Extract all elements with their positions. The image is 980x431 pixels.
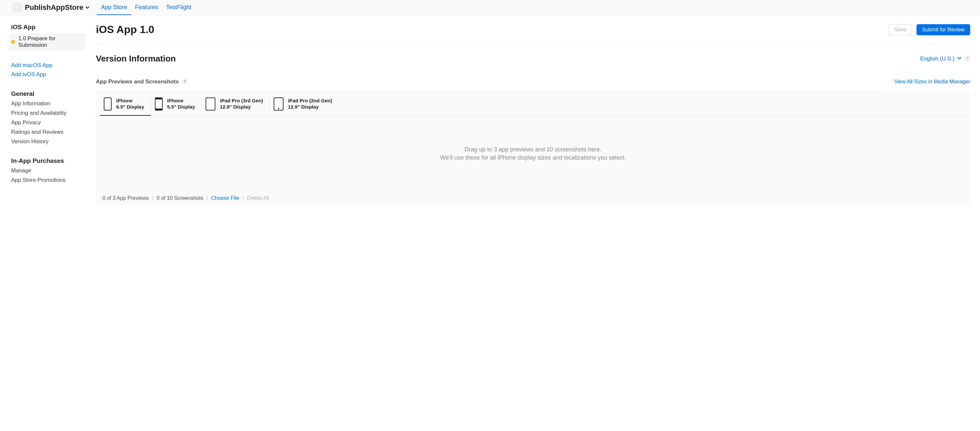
main-header: iOS App 1.0 Save Submit for Review: [96, 24, 970, 45]
previews-count: 0 of 3 App Previews: [102, 195, 149, 201]
tab-testflight[interactable]: TestFlight: [162, 0, 196, 15]
sidebar: iOS App 1.0 Prepare for Submission Add m…: [0, 15, 88, 218]
tab-label: App Store: [101, 4, 127, 11]
app-icon-placeholder: [13, 3, 22, 12]
sidebar-add-tvos[interactable]: Add tvOS App: [11, 71, 88, 78]
sidebar-item-version-history[interactable]: Version History: [11, 138, 88, 145]
tab-features[interactable]: Features: [131, 0, 162, 15]
device-tab-label: iPhone 5.5" Display: [167, 98, 196, 110]
sidebar-item-app-information[interactable]: App Information: [11, 100, 88, 107]
device-line1: iPhone: [116, 98, 132, 103]
separator: |: [207, 195, 208, 201]
sidebar-item-iap-manage[interactable]: Manage: [11, 168, 88, 174]
device-line1: iPad Pro (3rd Gen): [220, 98, 263, 103]
chevron-down-icon: [957, 55, 962, 62]
sidebar-platform-heading: iOS App: [11, 24, 88, 31]
main-content: iOS App 1.0 Save Submit for Review Versi…: [88, 15, 980, 218]
device-line2: 5.5" Display: [167, 104, 196, 109]
device-line1: iPhone: [167, 98, 184, 103]
status-text: 1.0 Prepare for Submission: [18, 35, 84, 48]
dropzone-text-1: Drag up to 3 app previews and 10 screens…: [465, 146, 601, 153]
choose-file-link[interactable]: Choose File: [211, 195, 239, 201]
device-strip: iPhone 6.5" Display iPhone 5.5" Display …: [96, 90, 970, 205]
sidebar-group-title: General: [11, 90, 88, 97]
device-line2: 12.9" Display: [288, 104, 319, 109]
top-tabs: App Store Features TestFlight: [97, 0, 195, 15]
device-tab-label: iPad Pro (2nd Gen) 12.9" Display: [288, 98, 332, 110]
sidebar-item-ratings-reviews[interactable]: Ratings and Reviews: [11, 129, 88, 135]
sidebar-group-iap: In-App Purchases Manage App Store Promot…: [11, 157, 88, 184]
device-line1: iPad Pro (2nd Gen): [288, 98, 332, 103]
tab-label: TestFlight: [166, 4, 191, 11]
sidebar-version-status[interactable]: 1.0 Prepare for Submission: [9, 33, 86, 51]
separator: |: [242, 195, 243, 201]
svg-rect-0: [15, 5, 19, 10]
ipad-icon: [205, 97, 215, 111]
delete-all-link[interactable]: Delete All: [247, 195, 269, 201]
status-dot-icon: [11, 40, 15, 44]
chevron-down-icon: [85, 3, 90, 12]
top-nav: PublishAppStore App Store Features TestF…: [0, 0, 980, 15]
placeholder-icon: [14, 5, 20, 10]
submit-for-review-button[interactable]: Submit for Review: [916, 24, 970, 35]
app-name: PublishAppStore: [25, 3, 83, 12]
app-switcher[interactable]: PublishAppStore: [25, 3, 90, 12]
save-button[interactable]: Save: [889, 24, 912, 35]
locale-selector[interactable]: English (U.S.): [920, 55, 962, 62]
device-tab-iphone-65[interactable]: iPhone 6.5" Display: [100, 95, 151, 116]
tab-label: Features: [135, 4, 158, 11]
version-info-title: Version Information: [96, 54, 176, 64]
ipad-icon: [274, 97, 283, 111]
help-icon[interactable]: ?: [965, 56, 970, 62]
previews-title: App Previews and Screenshots ?: [96, 78, 187, 85]
iphone-icon: [155, 97, 163, 111]
help-icon[interactable]: ?: [182, 79, 187, 84]
device-tabs: iPhone 6.5" Display iPhone 5.5" Display …: [96, 95, 970, 116]
device-tab-iphone-55[interactable]: iPhone 5.5" Display: [151, 95, 202, 116]
previews-title-text: App Previews and Screenshots: [96, 78, 179, 85]
version-info-header: Version Information English (U.S.) ?: [96, 54, 970, 64]
iphone-icon: [104, 97, 111, 111]
screenshot-dropzone[interactable]: Drag up to 3 app previews and 10 screens…: [96, 116, 970, 191]
device-line2: 6.5" Display: [116, 104, 144, 109]
sidebar-group-general: General App Information Pricing and Avai…: [11, 90, 88, 145]
device-tab-label: iPhone 6.5" Display: [116, 98, 144, 110]
device-tab-ipad-2nd[interactable]: iPad Pro (2nd Gen) 12.9" Display: [270, 95, 339, 116]
separator: |: [152, 195, 153, 201]
device-tab-label: iPad Pro (3rd Gen) 12.9" Display: [220, 98, 263, 110]
header-actions: Save Submit for Review: [889, 24, 970, 35]
media-footer: 0 of 3 App Previews | 0 of 10 Screenshot…: [96, 191, 970, 205]
locale-label: English (U.S.): [920, 55, 955, 62]
tab-app-store[interactable]: App Store: [97, 0, 131, 15]
sidebar-item-iap-promotions[interactable]: App Store Promotions: [11, 177, 88, 184]
device-line2: 12.9" Display: [220, 104, 251, 109]
media-manager-link[interactable]: View All Sizes in Media Manager: [894, 79, 970, 85]
sidebar-item-app-privacy[interactable]: App Privacy: [11, 119, 88, 126]
page-title: iOS App 1.0: [96, 24, 154, 36]
sidebar-group-title: In-App Purchases: [11, 157, 88, 165]
dropzone-text-2: We'll use these for all iPhone display s…: [440, 154, 626, 161]
sidebar-item-pricing[interactable]: Pricing and Availability: [11, 110, 88, 116]
previews-header: App Previews and Screenshots ? View All …: [96, 78, 970, 85]
sidebar-add-macos[interactable]: Add macOS App: [11, 62, 88, 69]
screenshots-count: 0 of 10 Screenshots: [157, 195, 203, 201]
device-tab-ipad-3rd[interactable]: iPad Pro (3rd Gen) 12.9" Display: [202, 95, 270, 116]
